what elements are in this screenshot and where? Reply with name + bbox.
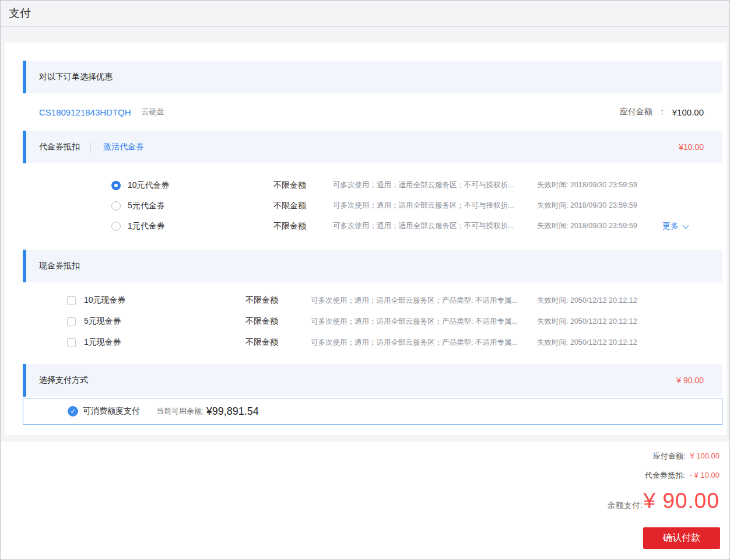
- voucher-limit: 不限金额: [273, 180, 333, 191]
- cash-section-header: 现金券抵扣: [23, 250, 722, 282]
- order-amount-colon: ：: [658, 107, 666, 117]
- activate-voucher-link[interactable]: 激活代金券: [103, 142, 144, 152]
- voucher-section-header: 代金券抵扣 激活代金券 ¥10.00: [23, 131, 722, 163]
- cash-coupon-expire-time: 失效时间: 2050/12/12 20:12:12: [537, 296, 637, 306]
- balance-label: 当前可用余额:: [156, 406, 204, 416]
- radio-voucher-5[interactable]: [111, 201, 121, 211]
- voucher-description: 可多次使用；通用；适用全部云服务区；不可与授权折...: [333, 201, 537, 211]
- summary-voucher-value: - ¥ 10.00: [690, 471, 720, 480]
- summary-voucher-label: 代金券抵扣:: [645, 470, 685, 481]
- order-product-label: 云硬盘: [142, 107, 164, 117]
- payment-amount: ¥ 90.00: [676, 376, 704, 385]
- cash-coupon-limit: 不限金额: [245, 316, 311, 327]
- order-section-header: 对以下订单选择优惠: [23, 61, 722, 93]
- voucher-row: 1元代金券 不限金额 可多次使用；通用；适用全部云服务区；不可与授权折... 失…: [23, 216, 722, 236]
- selected-check-icon[interactable]: ✓: [68, 406, 78, 416]
- summary-panel: 应付金额: ¥ 100.00 代金券抵扣: - ¥ 10.00 余额支付: ¥ …: [1, 442, 729, 559]
- order-id-link[interactable]: CS1809121843HDTQH: [39, 107, 131, 117]
- summary-due-line: 应付金额: ¥ 100.00: [653, 451, 720, 461]
- payment-card: 对以下订单选择优惠 CS1809121843HDTQH 云硬盘 应付金额 ： ¥…: [5, 43, 727, 435]
- cash-coupon-description: 可多次使用；通用；适用全部云服务区；产品类型: 不适用专属...: [311, 317, 537, 327]
- order-section-title: 对以下订单选择优惠: [39, 72, 113, 82]
- summary-voucher-line: 代金券抵扣: - ¥ 10.00: [645, 470, 720, 481]
- cash-coupon-name: 1元现金券: [84, 337, 245, 348]
- voucher-name: 5元代金券: [128, 201, 273, 211]
- voucher-deduction-amount: ¥10.00: [679, 142, 704, 152]
- payment-method-section-title: 选择支付方式: [39, 375, 88, 386]
- cash-coupon-description: 可多次使用；通用；适用全部云服务区；产品类型: 不适用专属...: [311, 296, 537, 306]
- cash-coupon-row: 10元现金券 不限金额 可多次使用；通用；适用全部云服务区；产品类型: 不适用专…: [23, 290, 722, 311]
- cash-coupon-row: 1元现金券 不限金额 可多次使用；通用；适用全部云服务区；产品类型: 不适用专属…: [23, 332, 722, 353]
- balance-value: ¥99,891.54: [206, 405, 259, 418]
- cash-coupon-limit: 不限金额: [245, 295, 311, 306]
- summary-due-value: ¥ 100.00: [690, 452, 720, 460]
- voucher-name: 1元代金券: [128, 221, 273, 232]
- voucher-description: 可多次使用；通用；适用全部云服务区；不可与授权折...: [333, 221, 537, 231]
- order-amount: 应付金额 ： ¥100.00: [620, 107, 704, 117]
- cash-coupon-description: 可多次使用；通用；适用全部云服务区；产品类型: 不适用专属...: [311, 338, 537, 348]
- payment-method-section-header: 选择支付方式 ¥ 90.00: [23, 364, 722, 397]
- payment-page: 支付 对以下订单选择优惠 CS1809121843HDTQH 云硬盘 应付金额 …: [0, 0, 730, 560]
- order-amount-label: 应付金额: [620, 107, 652, 117]
- checkbox-cash-10[interactable]: [67, 296, 76, 305]
- cash-coupon-expire-time: 失效时间: 2050/12/12 20:12:12: [537, 338, 637, 348]
- cash-coupon-name: 5元现金券: [84, 316, 245, 327]
- voucher-limit: 不限金额: [273, 221, 333, 232]
- voucher-row: 10元代金券 不限金额 可多次使用；通用；适用全部云服务区；不可与授权折... …: [23, 175, 722, 195]
- order-row: CS1809121843HDTQH 云硬盘 应付金额 ： ¥100.00: [23, 93, 722, 131]
- cash-coupon-list: 10元现金券 不限金额 可多次使用；通用；适用全部云服务区；产品类型: 不适用专…: [23, 290, 722, 353]
- radio-voucher-10[interactable]: [111, 181, 121, 190]
- page-title: 支付: [9, 6, 31, 21]
- more-label: 更多: [662, 221, 679, 232]
- voucher-name: 10元代金券: [128, 180, 273, 191]
- cash-coupon-row: 5元现金券 不限金额 可多次使用；通用；适用全部云服务区；产品类型: 不适用专属…: [23, 311, 722, 332]
- checkbox-cash-5[interactable]: [67, 317, 76, 326]
- confirm-payment-button[interactable]: 确认付款: [643, 527, 720, 549]
- summary-pay-label: 余额支付:: [608, 501, 643, 511]
- cash-coupon-name: 10元现金券: [84, 295, 245, 306]
- voucher-description: 可多次使用；通用；适用全部云服务区；不可与授权折...: [333, 180, 537, 190]
- chevron-down-icon: [682, 222, 689, 228]
- page-title-bar: 支付: [1, 1, 729, 27]
- checkbox-cash-1[interactable]: [67, 338, 76, 347]
- more-vouchers-toggle[interactable]: 更多: [662, 221, 688, 232]
- cash-coupon-expire-time: 失效时间: 2050/12/12 20:12:12: [537, 317, 637, 327]
- voucher-expire-time: 失效时间: 2018/09/30 23:59:59: [537, 201, 662, 211]
- cash-coupon-limit: 不限金额: [245, 337, 311, 348]
- voucher-expire-time: 失效时间: 2018/09/30 23:59:59: [537, 221, 662, 231]
- radio-voucher-1[interactable]: [111, 222, 121, 231]
- voucher-list: 10元代金券 不限金额 可多次使用；通用；适用全部云服务区；不可与授权折... …: [23, 175, 722, 236]
- voucher-expire-time: 失效时间: 2018/09/30 23:59:59: [537, 180, 662, 190]
- cash-section-title: 现金券抵扣: [39, 261, 80, 271]
- voucher-section-title: 代金券抵扣: [39, 142, 80, 152]
- voucher-row: 5元代金券 不限金额 可多次使用；通用；适用全部云服务区；不可与授权折... 失…: [23, 195, 722, 216]
- summary-pay-value: ¥ 90.00: [644, 489, 720, 513]
- summary-pay-line: 余额支付: ¥ 90.00: [608, 489, 720, 517]
- vertical-divider: [90, 142, 91, 152]
- payment-method-name: 可消费额度支付: [83, 406, 140, 416]
- summary-due-label: 应付金额:: [653, 451, 686, 461]
- voucher-limit: 不限金额: [273, 201, 333, 211]
- order-amount-value: ¥100.00: [672, 107, 704, 117]
- payment-method-option[interactable]: ✓ 可消费额度支付 当前可用余额: ¥99,891.54: [23, 398, 722, 425]
